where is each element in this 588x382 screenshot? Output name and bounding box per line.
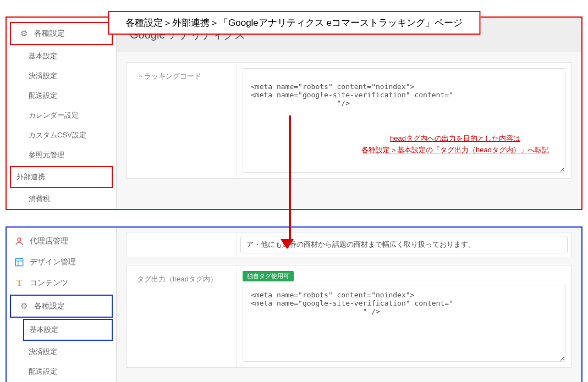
layout-icon: [14, 257, 24, 267]
custom-tag-badge: 独自タグ使用可: [243, 271, 294, 281]
migration-note: headタグ内への出力を目的とした内容は 各種設定＞基本設定の「タグ出力（hea…: [361, 133, 549, 156]
sidebar-section-settings[interactable]: 各種設定: [10, 22, 113, 45]
gear-icon: [19, 301, 29, 311]
sidebar-item-referrer[interactable]: 参照元管理: [7, 145, 116, 165]
sidebar-section-label: 代理店管理: [30, 236, 68, 246]
card-tracking-code: トラッキングコード <meta name="robots" content="n…: [127, 62, 571, 179]
sidebar-item-csv[interactable]: カスタムCSV設定: [7, 125, 116, 145]
sidebar-item-calendar[interactable]: カレンダー設定: [7, 106, 116, 125]
main-top: Google アナリティクス トラッキングコード <meta name="rob…: [117, 18, 581, 209]
sidebar-item-shipping[interactable]: 配送設定: [7, 362, 116, 381]
card-tag-output: タグ出力（headタグ内） 独自タグ使用可 <meta name="robots…: [127, 265, 571, 368]
sidebar-section-contents[interactable]: T コンテンツ: [7, 273, 116, 294]
sidebar-section-label: デザイン管理: [30, 257, 76, 267]
sidebar-section-design[interactable]: デザイン管理: [7, 252, 116, 273]
sidebar-section-agency[interactable]: 代理店管理: [7, 231, 116, 252]
gear-icon: [19, 29, 29, 38]
panel-bottom: 代理店管理 デザイン管理 T コンテンツ 各種設定 基本設定 決済設定 配送設定…: [6, 226, 582, 382]
note-line1: headタグ内への出力を目的とした内容は: [361, 133, 549, 145]
sidebar-top: 各種設定 基本設定 決済設定 配送設定 カレンダー設定 カスタムCSV設定 参照…: [7, 18, 117, 209]
tracking-code-label: トラッキングコード: [127, 63, 237, 178]
sidebar-item-payment[interactable]: 決済設定: [7, 66, 116, 86]
tag-output-textarea[interactable]: <meta name="robots" content="noindex"> <…: [243, 285, 565, 362]
svg-point-0: [18, 238, 21, 241]
tracking-code-textarea[interactable]: <meta name="robots" content="noindex"> <…: [243, 68, 565, 173]
sidebar-item-shipping[interactable]: 配送設定: [7, 86, 116, 106]
sidebar-item-external[interactable]: 外部連携: [10, 166, 113, 188]
note-line2: 各種設定＞基本設定の「タグ出力（headタグ内）」へ転記: [361, 145, 549, 156]
sidebar-item-payment[interactable]: 決済設定: [7, 342, 116, 362]
sidebar-item-basic[interactable]: 基本設定: [7, 46, 116, 66]
callout-top-breadcrumb: 各種設定＞外部連携＞「Googleアナリティクス eコマーストラッキング」ページ: [108, 11, 480, 35]
tag-output-label: タグ出力（headタグ内）: [127, 265, 237, 367]
sidebar-section-label: コンテンツ: [30, 278, 68, 288]
sidebar-section-label: 各種設定: [34, 301, 65, 311]
main-bottom: ア・他にも定番の商材から話題の商材まで幅広く取り扱っております。 タグ出力（he…: [117, 228, 581, 382]
text-icon: T: [14, 278, 24, 288]
sidebar-bottom: 代理店管理 デザイン管理 T コンテンツ 各種設定 基本設定 決済設定 配送設定…: [7, 228, 117, 382]
sidebar-item-tax[interactable]: 消費税: [7, 189, 116, 209]
sidebar-item-basic[interactable]: 基本設定: [23, 319, 113, 341]
sidebar-section-label: 各種設定: [34, 29, 65, 38]
svg-rect-1: [15, 258, 23, 266]
user-icon: [14, 236, 24, 246]
description-textarea[interactable]: ア・他にも定番の商材から話題の商材まで幅広く取り扱っております。: [240, 236, 568, 253]
panel-top: 各種設定＞外部連携＞「Googleアナリティクス eコマーストラッキング」ページ…: [6, 16, 582, 210]
sidebar-section-settings[interactable]: 各種設定: [10, 295, 113, 318]
